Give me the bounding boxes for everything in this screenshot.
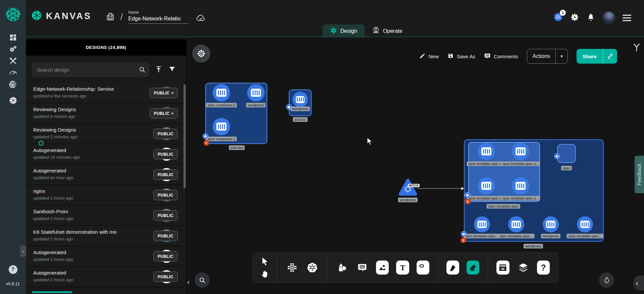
sidebar-item-dashboard[interactable]: [0, 32, 26, 44]
feedback-tab[interactable]: Feedback: [635, 156, 644, 193]
design-updated: updated 2 hours ago: [33, 196, 73, 201]
comments-label: Comments: [494, 54, 518, 59]
design-list-item[interactable]: Santhosh-Prom updated 2 hours ago PUBLIC: [26, 205, 184, 226]
design-list-item[interactable]: Autogenerated updated 10 minutes ago PUB…: [26, 144, 184, 164]
import-design-icon[interactable]: [155, 65, 163, 75]
filter-icon[interactable]: [168, 65, 176, 75]
collapse-left-chevron[interactable]: ‹: [187, 278, 190, 287]
layers-tool[interactable]: [517, 260, 530, 275]
container-node[interactable]: [213, 118, 230, 135]
design-list-item[interactable]: K8 Statefulset demonstration with mo upd…: [26, 226, 184, 246]
visibility-badge[interactable]: PUBLIC: [153, 190, 178, 200]
drawer-tool[interactable]: [496, 261, 509, 275]
container-node[interactable]: [508, 216, 524, 232]
error-badge[interactable]: 3: [465, 199, 471, 204]
container-node[interactable]: [478, 177, 495, 195]
node-spec[interactable]: [557, 144, 576, 163]
group-label: wordpress: [524, 244, 543, 248]
visibility-badge[interactable]: PUBLIC▾: [150, 108, 178, 119]
shapes-tool[interactable]: [335, 260, 349, 275]
tab-design[interactable]: Design: [323, 24, 365, 38]
pan-tool-button[interactable]: [258, 268, 272, 280]
share-button[interactable]: Share: [577, 49, 617, 64]
comments-button[interactable]: Comments: [484, 53, 518, 60]
visibility-badge[interactable]: PUBLIC: [153, 129, 178, 139]
sidebar-item-kanvas[interactable]: [0, 95, 26, 107]
sidebar-item-performance[interactable]: [0, 67, 26, 79]
kubernetes-components-tool[interactable]: [306, 260, 319, 275]
search-design-input[interactable]: [32, 63, 149, 77]
designs-scrollbar[interactable]: [183, 84, 186, 188]
design-list-item[interactable]: Autogenerated updated an hour ago PUBLIC: [26, 164, 184, 185]
container-node[interactable]: [292, 92, 308, 107]
design-list-item[interactable]: Autogenerated updated 2 hours ago PUBLIC: [26, 246, 184, 267]
kanvas-brand[interactable]: KANVAS: [31, 9, 92, 23]
error-badge[interactable]: 2: [204, 140, 209, 146]
service-node-wordpress[interactable]: [398, 178, 418, 198]
visibility-badge[interactable]: PUBLIC▾: [150, 88, 178, 98]
container-node[interactable]: [213, 84, 230, 101]
design-list-item[interactable]: Edge-Network-Relationship: Service updat…: [26, 83, 184, 103]
visibility-badge[interactable]: PUBLIC: [153, 149, 178, 159]
design-list-item[interactable]: nginx updated 2 hours ago PUBLIC: [26, 185, 184, 205]
pod-badge-icon[interactable]: [203, 133, 208, 139]
visibility-badge[interactable]: PUBLIC: [153, 272, 178, 282]
error-badge[interactable]: 3: [461, 237, 466, 243]
container-node[interactable]: [478, 143, 495, 160]
freehand-draw-tool[interactable]: [467, 261, 479, 275]
pod-badge-icon[interactable]: [465, 192, 470, 198]
settings-gear-icon[interactable]: [570, 13, 579, 23]
notifications-bell-icon[interactable]: [587, 13, 595, 23]
user-avatar[interactable]: [602, 11, 615, 24]
laser-drop-button[interactable]: [599, 273, 614, 288]
menu-icon[interactable]: [623, 15, 631, 21]
tab-operate[interactable]: Operate: [365, 24, 410, 38]
kanvas-wordmark: KANVAS: [46, 11, 92, 21]
visibility-badge[interactable]: PUBLIC: [153, 251, 178, 262]
dock-toggle-icon[interactable]: [633, 43, 641, 53]
image-tool[interactable]: [376, 261, 389, 275]
design-list-item[interactable]: Reviewing Designs updated a minute ago P…: [26, 103, 184, 124]
help-button[interactable]: ?: [9, 265, 17, 274]
text-tool[interactable]: T: [396, 261, 409, 275]
design-canvas[interactable]: New Save As Comments Actions ▼ Share: [186, 38, 644, 294]
sidebar-item-lifecycle[interactable]: [0, 44, 26, 56]
kubernetes-context-button[interactable]: 1: [553, 12, 563, 23]
design-updated: updated a minute ago: [33, 114, 75, 119]
sidebar-item-extensions[interactable]: [0, 79, 26, 91]
container-node[interactable]: [577, 216, 593, 232]
actions-button[interactable]: Actions ▼: [527, 49, 568, 64]
comment-tool[interactable]: [356, 260, 369, 275]
container-node[interactable]: [474, 216, 490, 232]
design-list-item[interactable]: Autogenerated updated 2 hours ago PUBLIC: [26, 267, 184, 287]
container-node[interactable]: [512, 143, 529, 160]
sidebar-item-configuration[interactable]: [0, 56, 26, 67]
visibility-badge[interactable]: PUBLIC: [153, 169, 178, 180]
horizontal-scrollbar[interactable]: [32, 291, 72, 293]
zoom-button[interactable]: [195, 273, 210, 288]
panel-collapse-handle[interactable]: ›: [20, 245, 26, 257]
design-name-input[interactable]: [128, 15, 189, 24]
new-button[interactable]: New: [419, 53, 439, 60]
container-node[interactable]: [512, 177, 529, 195]
container-node[interactable]: [543, 216, 559, 232]
actions-caret-icon[interactable]: ▼: [555, 49, 568, 63]
pod-badge-icon[interactable]: [554, 153, 560, 159]
mesh-components-tool[interactable]: [285, 260, 299, 275]
toolbar-help-button[interactable]: ?: [537, 261, 550, 275]
container-node[interactable]: [247, 84, 265, 101]
edge-service-to-deployment[interactable]: [417, 188, 464, 189]
organization-icon[interactable]: [106, 12, 115, 22]
canvas-config-button[interactable]: [192, 45, 210, 63]
pod-badge-icon[interactable]: [286, 104, 292, 110]
sticky-note-tool[interactable]: [417, 261, 429, 275]
visibility-badge[interactable]: PUBLIC: [153, 231, 178, 241]
meshery-logo-icon[interactable]: [5, 7, 21, 23]
pod-badge-icon[interactable]: [461, 231, 467, 237]
save-as-button[interactable]: Save As: [447, 53, 475, 60]
design-list-item[interactable]: Reviewing Designs updated 2 minutes ago …: [26, 124, 184, 144]
select-tool-button[interactable]: [258, 255, 272, 268]
arrow-pen-tool[interactable]: [446, 261, 459, 275]
visibility-badge[interactable]: PUBLIC: [153, 210, 178, 221]
copy-link-icon[interactable]: [603, 49, 617, 64]
